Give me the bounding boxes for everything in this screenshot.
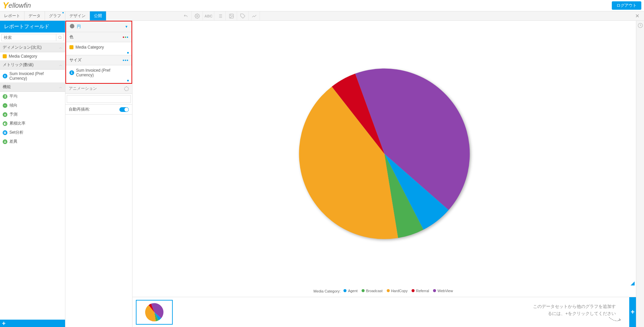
- pie-icon: [69, 23, 75, 30]
- thumbnail-bar: このデータセットから他のグラフを追加す るには、+をクリックしてください +: [132, 297, 636, 327]
- dimension-icon: [69, 45, 73, 49]
- tab-design[interactable]: デザイン: [65, 11, 90, 20]
- legend-label: Media Category:: [314, 289, 342, 293]
- dimension-header[interactable]: ディメンション(次元)︿: [0, 43, 65, 52]
- auto-redraw-toggle[interactable]: [119, 107, 129, 112]
- chart-legend: Media Category: AgentBroadcastHardCopyRe…: [132, 287, 636, 297]
- spinner-icon: [124, 86, 129, 91]
- pie-chart: [290, 60, 478, 248]
- pie-thumbnail-svg: [144, 302, 164, 322]
- legend-item[interactable]: Referral: [412, 289, 429, 293]
- tab-graph[interactable]: グラフ: [45, 11, 65, 20]
- logout-button[interactable]: ログアウト: [612, 1, 641, 10]
- clock-icon[interactable]: [638, 23, 643, 29]
- sigma-icon: Σ: [69, 70, 74, 75]
- tag-icon[interactable]: [237, 11, 249, 21]
- image-icon[interactable]: [226, 11, 237, 21]
- add-chart-hint: このデータセットから他のグラフを追加す るには、+をクリックしてください: [533, 303, 616, 317]
- legend-text: Agent: [348, 289, 358, 293]
- brand-rest: ellowfin: [8, 2, 31, 9]
- animation-header[interactable]: アニメーション: [65, 84, 132, 94]
- func-set-analysis[interactable]: ⊞Set分析: [0, 128, 65, 137]
- canvas-area: Media Category: AgentBroadcastHardCopyRe…: [132, 21, 636, 327]
- undo-icon[interactable]: [180, 11, 192, 21]
- legend-swatch: [362, 289, 365, 292]
- func-forecast[interactable]: α予測: [0, 110, 65, 119]
- right-rail: [636, 21, 644, 327]
- close-icon[interactable]: ×: [631, 11, 644, 20]
- slot-indicator-icon: [127, 80, 129, 81]
- svg-point-8: [230, 15, 231, 15]
- add-chart-button[interactable]: +: [629, 297, 636, 327]
- chevron-up-icon: ︿: [59, 85, 62, 89]
- size-field-slot[interactable]: Σ Sum Invoiced (Pref Currency): [66, 65, 131, 83]
- legend-text: WebView: [437, 289, 453, 293]
- chevron-down-icon: ▼: [125, 25, 128, 28]
- chart-thumbnail[interactable]: [136, 300, 173, 325]
- func-average[interactable]: x̄平均: [0, 92, 65, 101]
- config-panel: 円 ▼ 色 Media Category サイズ Σ Sum Invoiced …: [65, 21, 132, 327]
- sigma-icon: Σ: [3, 74, 7, 78]
- svg-point-0: [197, 15, 198, 17]
- search-box: [0, 32, 65, 43]
- config-highlight: 円 ▼ 色 Media Category サイズ Σ Sum Invoiced …: [65, 21, 132, 84]
- function-header[interactable]: 機能︿: [0, 82, 65, 92]
- tab-publish[interactable]: 公開: [90, 11, 106, 20]
- legend-swatch: [343, 289, 346, 292]
- list-icon[interactable]: [214, 11, 226, 21]
- color-field-slot[interactable]: Media Category: [66, 42, 131, 55]
- animation-input-wrap: [65, 94, 132, 105]
- more-dots-icon: [123, 60, 128, 61]
- tab-bar: レポート データ グラフ デザイン 公開 ABC ×: [0, 11, 644, 21]
- legend-item[interactable]: Agent: [343, 289, 358, 293]
- legend-text: HardCopy: [391, 289, 408, 293]
- text-icon[interactable]: ABC: [203, 11, 214, 21]
- main-area: レポートフィールド ディメンション(次元)︿ Media Category メト…: [0, 21, 644, 327]
- size-section-header[interactable]: サイズ: [66, 55, 131, 65]
- toolbar: ABC: [180, 11, 260, 20]
- chart-type-selector[interactable]: 円 ▼: [66, 21, 131, 32]
- legend-text: Broadcast: [366, 289, 383, 293]
- legend-swatch: [433, 289, 436, 292]
- auto-redraw-row: 自動再描画:: [65, 105, 132, 115]
- color-dots-icon: [123, 37, 128, 38]
- add-field-button[interactable]: +: [2, 320, 6, 327]
- resize-handle[interactable]: [631, 281, 635, 285]
- legend-item[interactable]: HardCopy: [387, 289, 408, 293]
- tab-report[interactable]: レポート: [0, 11, 24, 20]
- metric-header[interactable]: メトリック(数値)︿: [0, 60, 65, 70]
- func-cumulative-ratio[interactable]: ◐累積比率: [0, 119, 65, 128]
- svg-line-11: [61, 38, 61, 39]
- trend-icon: ~: [3, 103, 7, 108]
- settings-icon[interactable]: [192, 11, 203, 21]
- color-section-header[interactable]: 色: [66, 32, 131, 42]
- search-icon[interactable]: [56, 34, 64, 41]
- variance-icon: Δ: [3, 139, 7, 144]
- func-variance[interactable]: Δ差異: [0, 137, 65, 146]
- slot-indicator-icon: [127, 52, 129, 54]
- hint-arrow-icon: [608, 317, 622, 323]
- legend-swatch: [387, 289, 390, 292]
- forecast-icon: α: [3, 112, 7, 117]
- tab-data[interactable]: データ: [24, 11, 45, 20]
- set-icon: ⊞: [3, 130, 7, 135]
- avg-icon: x̄: [3, 94, 7, 99]
- report-fields-title: レポートフィールド: [0, 21, 65, 32]
- cumratio-icon: ◐: [3, 121, 7, 126]
- field-sum-invoiced[interactable]: ΣSum Invoiced (Pref Currency): [0, 70, 65, 82]
- legend-item[interactable]: WebView: [433, 289, 453, 293]
- legend-item[interactable]: Broadcast: [362, 289, 383, 293]
- field-media-category[interactable]: Media Category: [0, 52, 65, 60]
- func-trend[interactable]: ~傾向: [0, 101, 65, 110]
- chart-zone: [132, 21, 636, 287]
- chevron-up-icon: ︿: [59, 63, 62, 67]
- topbar: Yellowfin ログアウト: [0, 0, 644, 11]
- sidebar-left: レポートフィールド ディメンション(次元)︿ Media Category メト…: [0, 21, 65, 327]
- animation-input[interactable]: [67, 95, 131, 103]
- legend-swatch: [412, 289, 415, 292]
- dimension-icon: [3, 54, 7, 58]
- chart-icon[interactable]: [249, 11, 260, 21]
- main-tabs: レポート データ グラフ デザイン 公開: [0, 11, 106, 20]
- search-input[interactable]: [1, 34, 56, 41]
- sidebar-footer: +: [0, 320, 65, 327]
